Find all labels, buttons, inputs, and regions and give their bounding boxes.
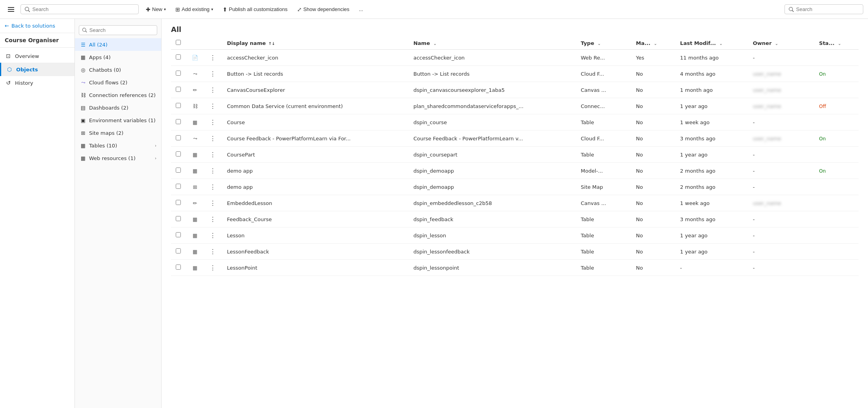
- row-menu-cell[interactable]: ⋮: [203, 114, 222, 130]
- row-menu-button[interactable]: ⋮: [208, 166, 217, 175]
- col-header-display-name[interactable]: Display name ↑↓: [222, 37, 409, 50]
- row-checkbox[interactable]: [176, 248, 181, 253]
- row-type-icon: ⛓: [191, 102, 199, 110]
- col-header-select[interactable]: [171, 37, 187, 50]
- owner-value: user_name: [753, 136, 781, 142]
- row-menu-button[interactable]: ⋮: [208, 247, 217, 256]
- show-dependencies-button[interactable]: ⤢ Show dependencies: [293, 4, 353, 15]
- tree-item-web-resources[interactable]: ▦ Web resources (1) ›: [75, 152, 161, 164]
- row-checkbox-cell[interactable]: [171, 244, 187, 260]
- col-header-name[interactable]: Name ⌄: [409, 37, 576, 50]
- new-button[interactable]: ✚ New ▾: [142, 4, 170, 15]
- row-checkbox[interactable]: [176, 119, 181, 124]
- row-menu-button[interactable]: ⋮: [208, 214, 217, 224]
- row-checkbox[interactable]: [176, 103, 181, 108]
- row-type-icon: ✏: [191, 86, 199, 93]
- row-menu-cell[interactable]: ⋮: [203, 163, 222, 179]
- tree-item-env-variables[interactable]: ▣ Environment variables (1): [75, 114, 161, 127]
- row-menu-button[interactable]: ⋮: [208, 101, 217, 111]
- col-header-type[interactable]: Type ⌄: [576, 37, 631, 50]
- tree-item-site-maps[interactable]: ⊞ Site maps (2): [75, 127, 161, 139]
- row-checkbox[interactable]: [176, 151, 181, 156]
- row-checkbox[interactable]: [176, 200, 181, 205]
- tree-item-all[interactable]: ☰ All (24): [75, 38, 161, 51]
- add-existing-button[interactable]: ⊞ Add existing ▾: [171, 4, 217, 15]
- col-header-managed[interactable]: Ma... ⌄: [631, 37, 675, 50]
- row-menu-cell[interactable]: ⋮: [203, 227, 222, 244]
- row-checkbox-cell[interactable]: [171, 98, 187, 114]
- row-menu-cell[interactable]: ⋮: [203, 130, 222, 147]
- hamburger-button[interactable]: [5, 3, 17, 16]
- row-menu-button[interactable]: ⋮: [208, 231, 217, 240]
- row-menu-button[interactable]: ⋮: [208, 182, 217, 192]
- more-button[interactable]: ...: [355, 4, 367, 14]
- publish-all-button[interactable]: ⬆ Publish all customizations: [219, 4, 292, 15]
- topbar-search-input-right[interactable]: [796, 6, 859, 12]
- tree-item-connection-refs[interactable]: ⛓ Connection references (2): [75, 89, 161, 101]
- row-checkbox[interactable]: [176, 216, 181, 221]
- row-menu-button[interactable]: ⋮: [208, 53, 217, 62]
- row-menu-cell[interactable]: ⋮: [203, 260, 222, 276]
- sidebar-item-objects[interactable]: ⬡ Objects: [0, 63, 74, 76]
- row-checkbox[interactable]: [176, 265, 181, 270]
- row-checkbox-cell[interactable]: [171, 50, 187, 66]
- row-checkbox-cell[interactable]: [171, 227, 187, 244]
- tree-item-apps[interactable]: ▦ Apps (4): [75, 51, 161, 63]
- col-header-owner[interactable]: Owner ⌄: [748, 37, 814, 50]
- row-checkbox-cell[interactable]: [171, 163, 187, 179]
- row-checkbox[interactable]: [176, 71, 181, 76]
- row-checkbox[interactable]: [176, 168, 181, 173]
- row-checkbox-cell[interactable]: [171, 114, 187, 130]
- sidebar-item-overview[interactable]: ⊡ Overview: [0, 49, 74, 63]
- row-menu-button[interactable]: ⋮: [208, 150, 217, 159]
- row-display-name: accessChecker_icon: [222, 50, 409, 66]
- row-type: Web Re...: [576, 50, 631, 66]
- row-menu-cell[interactable]: ⋮: [203, 98, 222, 114]
- row-checkbox-cell[interactable]: [171, 130, 187, 147]
- tree-item-cloud-flows[interactable]: ⤳ Cloud flows (2): [75, 76, 161, 89]
- row-checkbox-cell[interactable]: [171, 211, 187, 227]
- col-header-status[interactable]: Sta... ⌄: [814, 37, 859, 50]
- tree-item-chatbots[interactable]: ◎ Chatbots (0): [75, 63, 161, 76]
- row-checkbox[interactable]: [176, 232, 181, 237]
- row-checkbox-cell[interactable]: [171, 82, 187, 98]
- row-checkbox[interactable]: [176, 184, 181, 189]
- row-menu-button[interactable]: ⋮: [208, 69, 217, 78]
- row-menu-cell[interactable]: ⋮: [203, 66, 222, 82]
- row-checkbox[interactable]: [176, 135, 181, 140]
- owner-value: -: [753, 119, 755, 125]
- row-checkbox[interactable]: [176, 87, 181, 92]
- col-header-last-modified[interactable]: Last Modif... ⌄: [675, 37, 748, 50]
- row-menu-button[interactable]: ⋮: [208, 134, 217, 143]
- row-menu-cell[interactable]: ⋮: [203, 244, 222, 260]
- row-checkbox-cell[interactable]: [171, 195, 187, 211]
- row-name: dspin_demoapp: [409, 179, 576, 195]
- tree-item-tables[interactable]: ▦ Tables (10) ›: [75, 139, 161, 152]
- row-menu-cell[interactable]: ⋮: [203, 211, 222, 227]
- row-menu-button[interactable]: ⋮: [208, 85, 217, 95]
- table-container: Display name ↑↓ Name ⌄ Type ⌄ Ma...: [162, 37, 868, 408]
- sidebar-item-history[interactable]: ↺ History: [0, 76, 74, 89]
- row-checkbox-cell[interactable]: [171, 260, 187, 276]
- row-checkbox[interactable]: [176, 54, 181, 60]
- row-menu-button[interactable]: ⋮: [208, 198, 217, 208]
- row-menu-cell[interactable]: ⋮: [203, 147, 222, 163]
- tree-item-dashboards[interactable]: ▤ Dashboards (2): [75, 101, 161, 114]
- modified-sort-icon: ⌄: [719, 41, 723, 46]
- row-menu-cell[interactable]: ⋮: [203, 50, 222, 66]
- row-checkbox-cell[interactable]: [171, 147, 187, 163]
- row-menu-cell[interactable]: ⋮: [203, 82, 222, 98]
- row-last-modified: 3 months ago: [675, 130, 748, 147]
- row-menu-cell[interactable]: ⋮: [203, 195, 222, 211]
- back-to-solutions-button[interactable]: ← Back to solutions: [0, 19, 74, 33]
- row-menu-cell[interactable]: ⋮: [203, 179, 222, 195]
- row-checkbox-cell[interactable]: [171, 66, 187, 82]
- row-last-modified: 3 months ago: [675, 211, 748, 227]
- topbar-search-input[interactable]: [32, 6, 134, 12]
- select-all-checkbox[interactable]: [176, 40, 181, 45]
- row-checkbox-cell[interactable]: [171, 179, 187, 195]
- row-menu-button[interactable]: ⋮: [208, 263, 217, 272]
- all-icon: ☰: [80, 41, 87, 48]
- nav-tree-search-input[interactable]: [89, 27, 154, 33]
- row-menu-button[interactable]: ⋮: [208, 117, 217, 127]
